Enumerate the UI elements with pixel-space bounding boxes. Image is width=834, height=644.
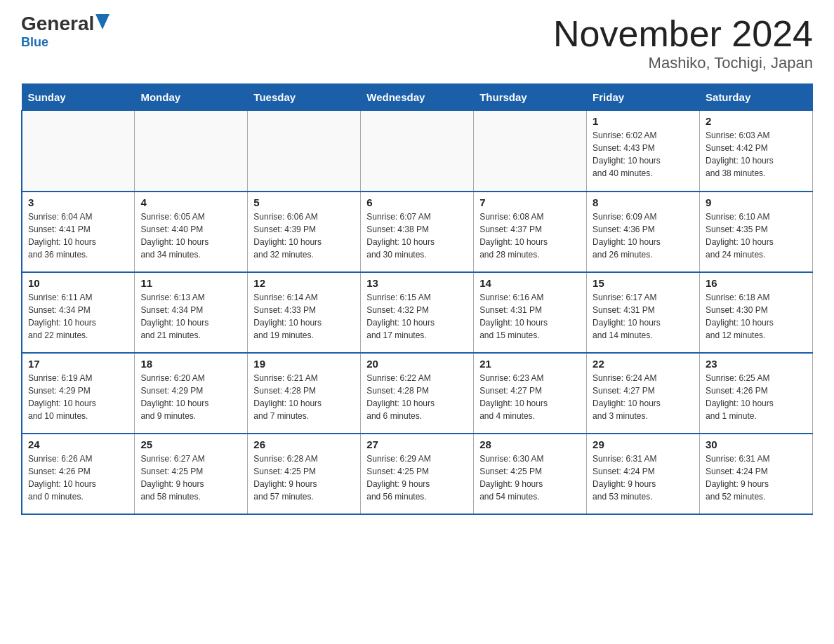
table-row: 22Sunrise: 6:24 AMSunset: 4:27 PMDayligh… bbox=[587, 353, 700, 434]
table-row: 17Sunrise: 6:19 AMSunset: 4:29 PMDayligh… bbox=[22, 353, 135, 434]
day-info: Sunrise: 6:13 AMSunset: 4:34 PMDaylight:… bbox=[140, 291, 241, 342]
table-row: 16Sunrise: 6:18 AMSunset: 4:30 PMDayligh… bbox=[700, 272, 813, 353]
calendar-week-2: 3Sunrise: 6:04 AMSunset: 4:41 PMDaylight… bbox=[22, 192, 813, 272]
calendar-table: Sunday Monday Tuesday Wednesday Thursday… bbox=[21, 83, 813, 515]
day-info: Sunrise: 6:11 AMSunset: 4:34 PMDaylight:… bbox=[28, 291, 128, 342]
day-info: Sunrise: 6:25 AMSunset: 4:26 PMDaylight:… bbox=[706, 372, 807, 422]
col-tuesday: Tuesday bbox=[248, 84, 361, 111]
day-info: Sunrise: 6:17 AMSunset: 4:31 PMDaylight:… bbox=[593, 291, 694, 342]
day-info: Sunrise: 6:05 AMSunset: 4:40 PMDaylight:… bbox=[140, 210, 241, 261]
logo: General Blue bbox=[21, 14, 110, 50]
table-row: 24Sunrise: 6:26 AMSunset: 4:26 PMDayligh… bbox=[22, 434, 135, 514]
day-number: 15 bbox=[593, 277, 694, 289]
day-number: 11 bbox=[140, 277, 241, 289]
calendar-week-5: 24Sunrise: 6:26 AMSunset: 4:26 PMDayligh… bbox=[22, 434, 813, 514]
table-row: 26Sunrise: 6:28 AMSunset: 4:25 PMDayligh… bbox=[248, 434, 361, 514]
day-info: Sunrise: 6:21 AMSunset: 4:28 PMDaylight:… bbox=[253, 372, 355, 422]
table-row: 12Sunrise: 6:14 AMSunset: 4:33 PMDayligh… bbox=[248, 272, 361, 353]
table-row: 18Sunrise: 6:20 AMSunset: 4:29 PMDayligh… bbox=[135, 353, 248, 434]
day-number: 13 bbox=[366, 277, 468, 289]
day-number: 20 bbox=[366, 358, 468, 370]
logo-main-text: General bbox=[21, 14, 94, 34]
table-row: 20Sunrise: 6:22 AMSunset: 4:28 PMDayligh… bbox=[361, 353, 474, 434]
day-number: 17 bbox=[28, 358, 128, 370]
svg-marker-0 bbox=[95, 14, 110, 29]
month-title: November 2024 bbox=[553, 14, 813, 54]
page-header: General Blue November 2024 Mashiko, Toch… bbox=[21, 14, 813, 72]
col-saturday: Saturday bbox=[700, 84, 813, 111]
location-title: Mashiko, Tochigi, Japan bbox=[553, 54, 813, 72]
col-thursday: Thursday bbox=[474, 84, 587, 111]
table-row: 28Sunrise: 6:30 AMSunset: 4:25 PMDayligh… bbox=[474, 434, 587, 514]
day-number: 12 bbox=[253, 277, 355, 289]
day-info: Sunrise: 6:31 AMSunset: 4:24 PMDaylight:… bbox=[593, 452, 694, 503]
day-info: Sunrise: 6:10 AMSunset: 4:35 PMDaylight:… bbox=[706, 210, 807, 261]
table-row: 30Sunrise: 6:31 AMSunset: 4:24 PMDayligh… bbox=[700, 434, 813, 514]
day-number: 30 bbox=[706, 438, 807, 450]
table-row: 3Sunrise: 6:04 AMSunset: 4:41 PMDaylight… bbox=[22, 192, 135, 272]
day-number: 28 bbox=[479, 438, 581, 450]
day-number: 25 bbox=[140, 438, 241, 450]
logo-triangle-icon bbox=[95, 14, 110, 29]
table-row: 5Sunrise: 6:06 AMSunset: 4:39 PMDaylight… bbox=[248, 192, 361, 272]
day-info: Sunrise: 6:02 AMSunset: 4:43 PMDaylight:… bbox=[593, 129, 694, 180]
day-number: 18 bbox=[140, 358, 241, 370]
day-info: Sunrise: 6:28 AMSunset: 4:25 PMDaylight:… bbox=[253, 452, 355, 503]
day-info: Sunrise: 6:29 AMSunset: 4:25 PMDaylight:… bbox=[366, 452, 468, 503]
col-friday: Friday bbox=[587, 84, 700, 111]
day-number: 23 bbox=[706, 358, 807, 370]
day-number: 27 bbox=[366, 438, 468, 450]
calendar-week-3: 10Sunrise: 6:11 AMSunset: 4:34 PMDayligh… bbox=[22, 272, 813, 353]
table-row bbox=[361, 111, 474, 192]
table-row: 4Sunrise: 6:05 AMSunset: 4:40 PMDaylight… bbox=[135, 192, 248, 272]
day-info: Sunrise: 6:15 AMSunset: 4:32 PMDaylight:… bbox=[366, 291, 468, 342]
day-number: 8 bbox=[593, 196, 694, 208]
day-info: Sunrise: 6:26 AMSunset: 4:26 PMDaylight:… bbox=[28, 452, 128, 503]
day-number: 3 bbox=[28, 196, 128, 208]
calendar-header-row: Sunday Monday Tuesday Wednesday Thursday… bbox=[22, 84, 813, 111]
day-number: 26 bbox=[253, 438, 355, 450]
day-info: Sunrise: 6:19 AMSunset: 4:29 PMDaylight:… bbox=[28, 372, 128, 422]
table-row: 29Sunrise: 6:31 AMSunset: 4:24 PMDayligh… bbox=[587, 434, 700, 514]
day-number: 6 bbox=[366, 196, 468, 208]
day-number: 7 bbox=[479, 196, 581, 208]
day-number: 9 bbox=[706, 196, 807, 208]
day-number: 19 bbox=[253, 358, 355, 370]
table-row: 2Sunrise: 6:03 AMSunset: 4:42 PMDaylight… bbox=[700, 111, 813, 192]
day-number: 10 bbox=[28, 277, 128, 289]
table-row: 8Sunrise: 6:09 AMSunset: 4:36 PMDaylight… bbox=[587, 192, 700, 272]
day-info: Sunrise: 6:14 AMSunset: 4:33 PMDaylight:… bbox=[253, 291, 355, 342]
table-row: 13Sunrise: 6:15 AMSunset: 4:32 PMDayligh… bbox=[361, 272, 474, 353]
day-info: Sunrise: 6:16 AMSunset: 4:31 PMDaylight:… bbox=[479, 291, 581, 342]
calendar-week-1: 1Sunrise: 6:02 AMSunset: 4:43 PMDaylight… bbox=[22, 111, 813, 192]
day-number: 24 bbox=[28, 438, 128, 450]
day-info: Sunrise: 6:06 AMSunset: 4:39 PMDaylight:… bbox=[253, 210, 355, 261]
table-row bbox=[248, 111, 361, 192]
day-info: Sunrise: 6:22 AMSunset: 4:28 PMDaylight:… bbox=[366, 372, 468, 422]
day-info: Sunrise: 6:31 AMSunset: 4:24 PMDaylight:… bbox=[706, 452, 807, 503]
col-wednesday: Wednesday bbox=[361, 84, 474, 111]
title-area: November 2024 Mashiko, Tochigi, Japan bbox=[553, 14, 813, 72]
table-row: 9Sunrise: 6:10 AMSunset: 4:35 PMDaylight… bbox=[700, 192, 813, 272]
day-info: Sunrise: 6:20 AMSunset: 4:29 PMDaylight:… bbox=[140, 372, 241, 422]
day-info: Sunrise: 6:09 AMSunset: 4:36 PMDaylight:… bbox=[593, 210, 694, 261]
table-row: 11Sunrise: 6:13 AMSunset: 4:34 PMDayligh… bbox=[135, 272, 248, 353]
day-info: Sunrise: 6:27 AMSunset: 4:25 PMDaylight:… bbox=[140, 452, 241, 503]
col-sunday: Sunday bbox=[22, 84, 135, 111]
table-row: 10Sunrise: 6:11 AMSunset: 4:34 PMDayligh… bbox=[22, 272, 135, 353]
day-number: 2 bbox=[706, 115, 807, 127]
table-row: 6Sunrise: 6:07 AMSunset: 4:38 PMDaylight… bbox=[361, 192, 474, 272]
table-row: 14Sunrise: 6:16 AMSunset: 4:31 PMDayligh… bbox=[474, 272, 587, 353]
day-info: Sunrise: 6:08 AMSunset: 4:37 PMDaylight:… bbox=[479, 210, 581, 261]
day-number: 22 bbox=[593, 358, 694, 370]
day-number: 5 bbox=[253, 196, 355, 208]
day-info: Sunrise: 6:24 AMSunset: 4:27 PMDaylight:… bbox=[593, 372, 694, 422]
day-number: 21 bbox=[479, 358, 581, 370]
day-info: Sunrise: 6:07 AMSunset: 4:38 PMDaylight:… bbox=[366, 210, 468, 261]
day-number: 1 bbox=[593, 115, 694, 127]
logo-sub-text: Blue bbox=[21, 35, 48, 50]
day-number: 16 bbox=[706, 277, 807, 289]
day-number: 4 bbox=[140, 196, 241, 208]
day-info: Sunrise: 6:23 AMSunset: 4:27 PMDaylight:… bbox=[479, 372, 581, 422]
day-info: Sunrise: 6:03 AMSunset: 4:42 PMDaylight:… bbox=[706, 129, 807, 180]
